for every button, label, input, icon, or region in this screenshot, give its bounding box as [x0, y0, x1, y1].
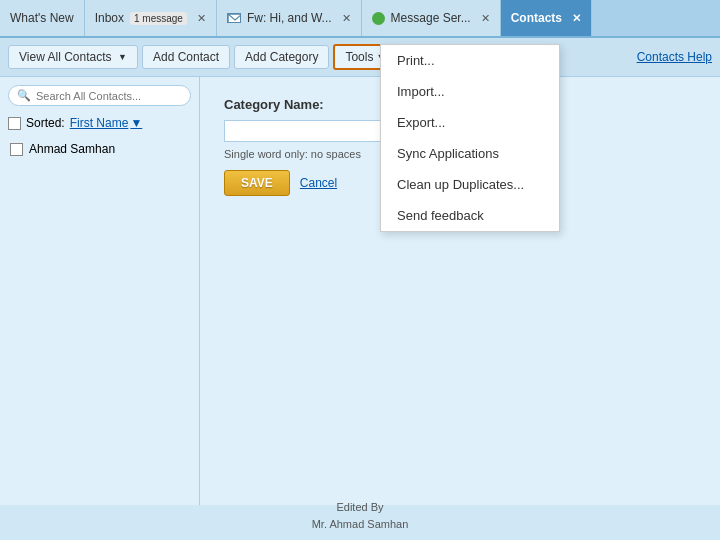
- sort-checkbox[interactable]: [8, 117, 21, 130]
- menu-item-export[interactable]: Export...: [381, 107, 559, 138]
- tab-whats-new[interactable]: What's New: [0, 0, 85, 36]
- tab-label: Contacts: [511, 11, 562, 25]
- menu-item-import[interactable]: Import...: [381, 76, 559, 107]
- search-icon: 🔍: [17, 89, 31, 102]
- footer-line1: Edited By: [0, 499, 720, 516]
- add-contact-label: Add Contact: [153, 50, 219, 64]
- add-contact-button[interactable]: Add Contact: [142, 45, 230, 69]
- sidebar: 🔍 Sorted: First Name ▼ Ahmad Samhan: [0, 77, 200, 505]
- sorted-label: Sorted:: [26, 116, 65, 130]
- main-area: 🔍 Sorted: First Name ▼ Ahmad Samhan Cate…: [0, 77, 720, 505]
- sort-dropdown[interactable]: First Name ▼: [70, 116, 143, 130]
- tab-contacts[interactable]: Contacts ✕: [501, 0, 592, 36]
- menu-item-sync[interactable]: Sync Applications: [381, 138, 559, 169]
- contact-checkbox[interactable]: [10, 143, 23, 156]
- category-name-input[interactable]: [224, 120, 404, 142]
- tab-label: Inbox: [95, 11, 124, 25]
- contacts-help-link[interactable]: Contacts Help: [637, 50, 712, 64]
- menu-item-print[interactable]: Print...: [381, 45, 559, 76]
- tab-bar: What's New Inbox 1 message ✕ Fw: Hi, and…: [0, 0, 720, 38]
- tools-dropdown-menu: Print... Import... Export... Sync Applic…: [380, 44, 560, 232]
- search-input[interactable]: [36, 90, 182, 102]
- search-box: 🔍: [8, 85, 191, 106]
- close-icon[interactable]: ✕: [481, 12, 490, 25]
- message-icon: [372, 12, 385, 25]
- view-all-label: View All Contacts: [19, 50, 112, 64]
- tab-fw[interactable]: Fw: Hi, and W... ✕: [217, 0, 362, 36]
- close-icon[interactable]: ✕: [197, 12, 206, 25]
- tab-label: What's New: [10, 11, 74, 25]
- cancel-link[interactable]: Cancel: [300, 176, 337, 190]
- tab-label: Message Ser...: [391, 11, 471, 25]
- menu-item-cleanup[interactable]: Clean up Duplicates...: [381, 169, 559, 200]
- contact-row: Ahmad Samhan: [8, 138, 191, 160]
- tab-label: Fw: Hi, and W...: [247, 11, 332, 25]
- sort-row: Sorted: First Name ▼: [8, 116, 191, 130]
- inbox-badge: 1 message: [130, 12, 187, 25]
- close-icon[interactable]: ✕: [342, 12, 351, 25]
- chevron-down-icon: ▼: [118, 52, 127, 62]
- add-category-label: Add Category: [245, 50, 318, 64]
- footer: Edited By Mr. Ahmad Samhan: [0, 499, 720, 532]
- tab-inbox[interactable]: Inbox 1 message ✕: [85, 0, 217, 36]
- contact-name: Ahmad Samhan: [29, 142, 115, 156]
- menu-item-feedback[interactable]: Send feedback: [381, 200, 559, 231]
- view-all-contacts-button[interactable]: View All Contacts ▼: [8, 45, 138, 69]
- chevron-down-icon: ▼: [130, 116, 142, 130]
- tab-message[interactable]: Message Ser... ✕: [362, 0, 501, 36]
- tools-label: Tools: [345, 50, 373, 64]
- add-category-button[interactable]: Add Category: [234, 45, 329, 69]
- save-button[interactable]: SAVE: [224, 170, 290, 196]
- mail-icon: [227, 13, 241, 23]
- close-icon[interactable]: ✕: [572, 12, 581, 25]
- toolbar: View All Contacts ▼ Add Contact Add Cate…: [0, 38, 720, 77]
- footer-line2: Mr. Ahmad Samhan: [0, 516, 720, 533]
